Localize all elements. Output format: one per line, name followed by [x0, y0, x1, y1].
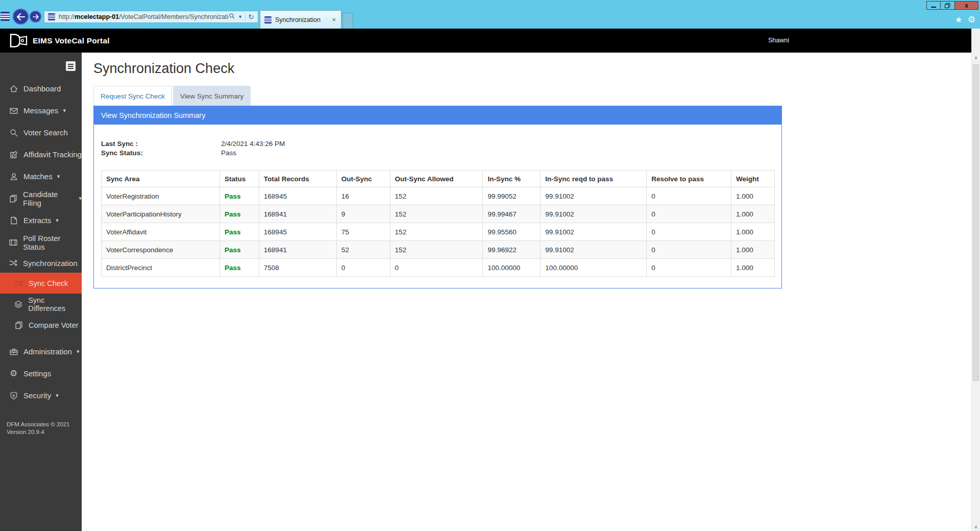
- cell: 99.96922: [483, 241, 541, 259]
- panel-body: Last Sync : 2/4/2021 4:43:26 PM Sync Sta…: [94, 125, 781, 288]
- window-controls: x: [926, 1, 978, 10]
- sidebar-item-label: Messages: [23, 106, 58, 115]
- footer-copyright: DFM Associates © 2021: [7, 421, 70, 428]
- cell: 1.000: [731, 223, 774, 241]
- briefcase-icon: [9, 347, 18, 356]
- shuffle-icon: [9, 258, 18, 268]
- cell: 99.91002: [541, 223, 647, 241]
- cell: 9: [336, 205, 390, 223]
- sync-summary-panel: View Synchronization Summary Last Sync :…: [93, 106, 782, 288]
- tab-title: Synchronization: [275, 16, 331, 23]
- sidebar-item-security[interactable]: Security▾: [0, 384, 82, 406]
- scroll-down-icon[interactable]: ∨: [972, 522, 980, 531]
- chevron-down-icon: ▾: [77, 348, 80, 355]
- sidebar-item-label: Candidate Filing: [23, 190, 74, 207]
- person-icon: [9, 172, 18, 181]
- sidebar-item-label: Affidavit Tracking: [23, 150, 82, 159]
- sidebar-item-dashboard[interactable]: Dashboard: [0, 78, 82, 100]
- cell: Pass: [219, 223, 259, 241]
- sidebar-item-settings[interactable]: ⚙Settings: [0, 363, 82, 384]
- cell: 0: [390, 259, 483, 277]
- table-header-row: Sync AreaStatusTotal RecordsOut-SyncOut-…: [102, 171, 775, 187]
- tab-close-icon[interactable]: ×: [331, 16, 337, 23]
- column-header-weight: Weight: [731, 171, 774, 187]
- search-icon[interactable]: [229, 12, 235, 21]
- vertical-scrollbar[interactable]: ∧ ∨: [971, 29, 980, 531]
- forward-button[interactable]: [30, 11, 41, 22]
- favorites-star-icon[interactable]: ★: [955, 15, 962, 25]
- sidebar-item-label: Administration: [23, 347, 72, 356]
- sidebar-item-sync-check[interactable]: Sync Check: [0, 273, 82, 294]
- cell-sync-area: DistrictPrecinct: [102, 259, 220, 277]
- scroll-up-icon[interactable]: ∧: [972, 53, 980, 62]
- sidebar-item-administration[interactable]: Administration▾: [0, 341, 82, 363]
- column-header-total-records: Total Records: [259, 171, 336, 187]
- cell: 168945: [259, 187, 336, 205]
- table-row: VoterParticipationHistoryPass16894191529…: [102, 205, 775, 223]
- address-bar[interactable]: http://mcelectapp-01/VoteCalPortal/Membe…: [44, 11, 258, 23]
- edit-icon: [9, 150, 18, 159]
- refresh-icon[interactable]: ↻: [248, 13, 254, 20]
- file-icon: [9, 215, 18, 225]
- sidebar-footer: DFM Associates © 2021 Version 20.9.4: [7, 421, 70, 436]
- user-name[interactable]: Shawni: [768, 37, 789, 44]
- cell: 168941: [259, 241, 336, 259]
- sidebar-item-synchronization[interactable]: Synchronization▾: [0, 253, 82, 273]
- sidebar-item-matches[interactable]: Matches▾: [0, 165, 82, 187]
- cell: 99.99052: [483, 187, 541, 205]
- sidebar-item-sync-differences[interactable]: Sync Differences: [0, 294, 82, 315]
- cell-sync-area: VoterRegistration: [102, 187, 220, 205]
- column-header-in-sync: In-Sync %: [483, 171, 541, 187]
- settings-gear-icon[interactable]: ⚙: [968, 14, 975, 25]
- cell: 168945: [259, 223, 336, 241]
- cell: 99.95560: [483, 223, 541, 241]
- cell: 1.000: [731, 259, 774, 277]
- table-row: VoterRegistrationPass1689451615299.99052…: [102, 187, 775, 205]
- sidebar-item-label: Compare Voter: [29, 321, 79, 329]
- new-tab-button[interactable]: [342, 13, 353, 29]
- page-title: Synchronization Check: [93, 60, 234, 77]
- cell: 99.91002: [541, 187, 647, 205]
- tab-request-sync-check[interactable]: Request Sync Check: [93, 86, 172, 106]
- cell: Pass: [219, 259, 259, 277]
- browser-tab[interactable]: Synchronization ×: [260, 10, 341, 29]
- sync-status-label: Sync Status:: [101, 149, 221, 158]
- shield-icon: [9, 391, 18, 400]
- cell: 0: [647, 241, 731, 259]
- browser-chrome: http://mcelectapp-01/VoteCalPortal/Membe…: [0, 0, 980, 29]
- sidebar-item-compare-voter[interactable]: Compare Voter: [0, 315, 82, 335]
- chevron-down-icon: ▾: [56, 217, 59, 224]
- scrollbar-thumb[interactable]: [973, 64, 979, 381]
- sidebar-item-candidate-filing[interactable]: Candidate Filing▾: [0, 187, 82, 209]
- close-button[interactable]: x: [955, 1, 978, 10]
- sidebar-item-extracts[interactable]: Extracts▾: [0, 209, 82, 231]
- sidebar-item-voter-search[interactable]: Voter Search: [0, 122, 82, 143]
- main-content: Synchronization Check Request Sync Check…: [82, 53, 971, 531]
- restore-button[interactable]: [941, 1, 955, 10]
- cell: 99.91002: [541, 205, 647, 223]
- cell: 152: [390, 187, 483, 205]
- last-sync-value: 2/4/2021 4:43:26 PM: [221, 139, 285, 149]
- cell: Pass: [219, 205, 259, 223]
- site-icon: [1, 12, 10, 21]
- divider: [245, 13, 246, 21]
- menu-toggle-button[interactable]: [66, 61, 76, 71]
- minimize-button[interactable]: [926, 1, 941, 10]
- sidebar-item-poll-roster-status[interactable]: Poll Roster Status: [0, 231, 82, 253]
- chevron-down-icon: ▾: [56, 392, 59, 399]
- app-title: EIMS VoteCal Portal: [33, 36, 110, 45]
- sidebar-nav: DashboardMessages▾Voter SearchAffidavit …: [0, 78, 82, 406]
- cell: 152: [390, 241, 483, 259]
- sidebar-item-label: Extracts: [23, 216, 51, 225]
- sidebar-item-messages[interactable]: Messages▾: [0, 100, 82, 122]
- tab-view-sync-summary[interactable]: View Sync Summary: [173, 86, 251, 106]
- chevron-down-icon[interactable]: ▼: [238, 14, 242, 19]
- gear-icon: ⚙: [9, 369, 18, 378]
- back-button[interactable]: [13, 9, 29, 25]
- roster-icon: [9, 237, 18, 247]
- footer-version: Version 20.9.4: [7, 428, 70, 436]
- sidebar-item-affidavit-tracking[interactable]: Affidavit Tracking: [0, 143, 82, 165]
- table-row: DistrictPrecinctPass750800100.00000100.0…: [102, 259, 775, 277]
- dfm-logo-icon: [9, 33, 29, 50]
- cell: 7508: [259, 259, 336, 277]
